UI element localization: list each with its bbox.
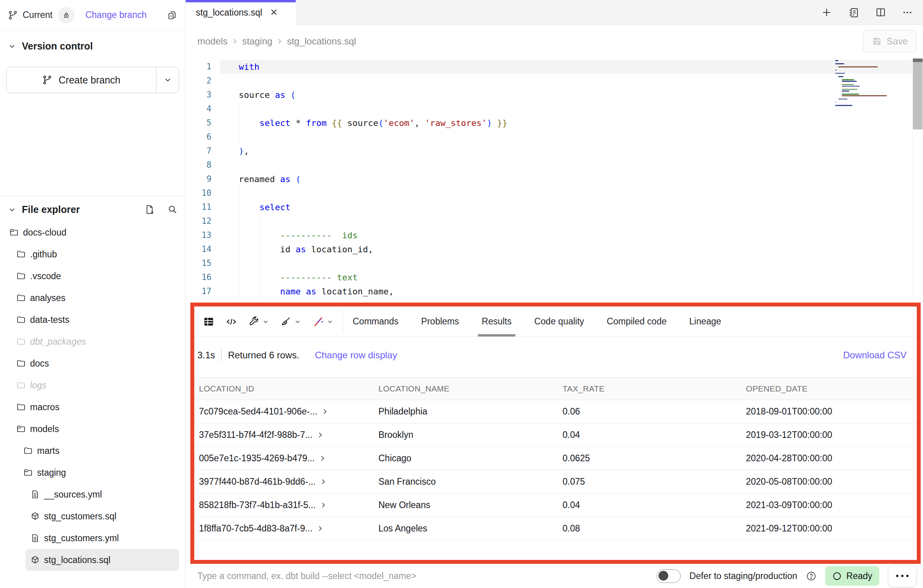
- download-csv-link[interactable]: Download CSV: [843, 350, 907, 361]
- split-editor-icon[interactable]: [875, 7, 886, 18]
- expand-cell-icon[interactable]: [316, 525, 324, 532]
- compile-code-button[interactable]: [225, 316, 237, 328]
- file-tree-item-stg-customers-sql[interactable]: stg_customers.sql: [0, 505, 185, 527]
- file-tree-item--github[interactable]: .github: [0, 243, 185, 265]
- returned-rows-text: Returned 6 rows.: [228, 350, 299, 361]
- results-tab-code-quality[interactable]: Code quality: [534, 306, 584, 337]
- folder-icon: [16, 337, 26, 346]
- table-cell: 0.075: [562, 476, 745, 487]
- expand-cell-icon[interactable]: [316, 431, 324, 439]
- version-control-header[interactable]: Version control: [0, 30, 185, 52]
- help-icon[interactable]: [806, 571, 816, 581]
- file-tree-item-logs[interactable]: logs: [0, 374, 185, 396]
- toolbar-divider: [343, 310, 343, 333]
- create-branch-button[interactable]: Create branch: [6, 67, 179, 93]
- file-tree-item-marts[interactable]: marts: [0, 440, 185, 462]
- file-tree-item--sources-yml[interactable]: __sources.yml: [0, 484, 185, 505]
- file-tree: docs-cloud.github.vscodeanalysesdata-tes…: [0, 221, 185, 571]
- table-cell: 0.0625: [562, 453, 745, 464]
- changelog-icon[interactable]: [848, 7, 859, 18]
- file-tree-item--vscode[interactable]: .vscode: [0, 265, 185, 287]
- more-options-icon[interactable]: [902, 7, 913, 18]
- breadcrumb-separator: ›: [233, 35, 236, 46]
- file-tree-item-models[interactable]: models: [0, 418, 185, 440]
- code-line[interactable]: 5 select * from {{ source('ecom', 'raw_s…: [186, 116, 923, 130]
- breadcrumb-item[interactable]: stg_locations.sql: [287, 36, 356, 47]
- file-tree-item-docs[interactable]: docs: [0, 352, 185, 374]
- change-row-display-link[interactable]: Change row display: [315, 350, 397, 361]
- code-line[interactable]: 11 select: [186, 200, 923, 214]
- results-table: LOCATION_IDLOCATION_NAMETAX_RATEOPENED_D…: [194, 377, 917, 560]
- code-text: [220, 130, 923, 144]
- code-line[interactable]: 10: [186, 186, 923, 200]
- indent-guide: [239, 214, 239, 228]
- code-line[interactable]: 6: [186, 130, 923, 144]
- code-line[interactable]: 14 id as location_id,: [186, 242, 923, 256]
- branch-lock-badge[interactable]: [58, 7, 75, 23]
- table-row: 005e7e1c-1935-4269-b479...Chicago0.06252…: [194, 447, 917, 470]
- file-tree-item-staging[interactable]: staging: [0, 462, 185, 484]
- results-tab-lineage[interactable]: Lineage: [689, 306, 721, 337]
- copy-icon[interactable]: [167, 10, 178, 21]
- code-line[interactable]: 8: [186, 158, 923, 172]
- change-branch-link[interactable]: Change branch: [85, 10, 147, 20]
- code-line[interactable]: 15: [186, 256, 923, 270]
- line-number: 2: [186, 76, 220, 85]
- breadcrumb-item[interactable]: staging: [242, 36, 272, 47]
- indent-guide: [259, 214, 260, 228]
- dbt-cloud-ide: Current Change branch Version control: [0, 0, 923, 588]
- code-line[interactable]: 2: [186, 74, 923, 88]
- code-line[interactable]: 9renamed as (: [186, 172, 923, 186]
- breadcrumb-item[interactable]: models: [197, 36, 227, 47]
- line-number: 16: [186, 273, 220, 282]
- copilot-button[interactable]: [312, 316, 334, 328]
- file-name: .vscode: [30, 271, 61, 282]
- minimap[interactable]: [835, 60, 911, 106]
- search-icon[interactable]: [167, 204, 178, 215]
- code-line[interactable]: 7),: [186, 144, 923, 158]
- file-tree-item-data-tests[interactable]: data-tests: [0, 309, 185, 331]
- code-line[interactable]: 3source as (: [186, 88, 923, 102]
- more-actions-button[interactable]: [888, 565, 917, 587]
- file-tree-item-stg-locations-sql[interactable]: stg_locations.sql: [25, 549, 179, 571]
- expand-cell-icon[interactable]: [321, 408, 328, 415]
- scrollbar-thumb[interactable]: [913, 58, 923, 129]
- new-tab-icon[interactable]: [821, 7, 832, 18]
- chevron-down-icon[interactable]: [8, 205, 16, 214]
- file-name: stg_customers.yml: [44, 533, 119, 544]
- code-line[interactable]: 12: [186, 214, 923, 228]
- defer-toggle[interactable]: [657, 569, 681, 583]
- expand-cell-icon[interactable]: [320, 501, 327, 509]
- editor-tab-bar: stg_locations.sql ✕: [186, 0, 923, 25]
- preview-table-button[interactable]: [203, 316, 215, 328]
- file-tree-item-analyses[interactable]: analyses: [0, 287, 185, 309]
- code-line[interactable]: 4: [186, 102, 923, 116]
- expand-cell-icon[interactable]: [319, 455, 326, 462]
- code-line[interactable]: 17 name as location_name,: [186, 284, 923, 298]
- results-tab-problems[interactable]: Problems: [421, 306, 459, 337]
- indent-guide: [239, 130, 239, 144]
- file-tree-item-macros[interactable]: macros: [0, 396, 185, 418]
- code-text: [220, 158, 923, 172]
- expand-cell-icon[interactable]: [320, 478, 327, 485]
- create-branch-dropdown[interactable]: [156, 67, 179, 93]
- results-tab-results[interactable]: Results: [482, 306, 512, 337]
- code-line[interactable]: 1with: [186, 60, 923, 74]
- close-icon[interactable]: ✕: [270, 8, 278, 17]
- file-tree-item-docs-cloud[interactable]: docs-cloud: [0, 221, 185, 243]
- table-cell: Chicago: [378, 453, 562, 464]
- results-tab-compiled-code[interactable]: Compiled code: [607, 306, 666, 337]
- file-tree-item-stg-customers-yml[interactable]: stg_customers.yml: [0, 527, 185, 549]
- code-line[interactable]: 13 ---------- ids: [186, 228, 923, 242]
- format-button[interactable]: [280, 316, 301, 327]
- command-input[interactable]: [197, 571, 657, 581]
- file-tree-item-dbt-packages[interactable]: dbt_packages: [0, 331, 185, 352]
- code-line[interactable]: 16 ---------- text: [186, 270, 923, 284]
- tab-stg-locations[interactable]: stg_locations.sql ✕: [186, 0, 296, 25]
- results-tab-commands[interactable]: Commands: [353, 306, 399, 337]
- build-button[interactable]: [248, 316, 269, 327]
- table-cell: Brooklyn: [378, 430, 562, 440]
- file-name: models: [30, 424, 59, 434]
- save-button[interactable]: Save: [863, 30, 917, 53]
- new-file-icon[interactable]: [144, 204, 155, 215]
